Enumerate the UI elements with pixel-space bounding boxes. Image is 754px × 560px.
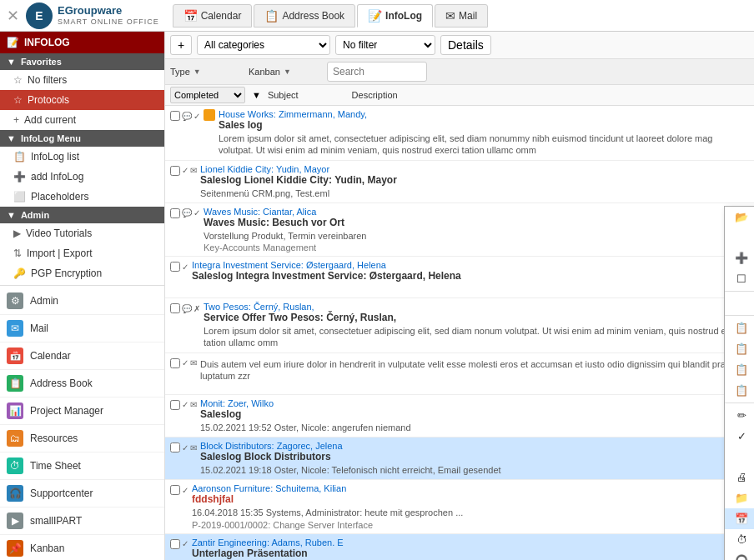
details-button[interactable]: Details	[440, 35, 491, 55]
item-checkbox[interactable]	[170, 303, 180, 313]
sidebar-app-kanban[interactable]: 📌 Kanban	[0, 535, 164, 560]
ctx-open[interactable]: 📂 Open	[725, 207, 754, 228]
add-button[interactable]: +	[170, 35, 192, 55]
tab-calendar[interactable]: 📅 Calendar	[173, 4, 253, 28]
list-item[interactable]: ✓ ✉ Lionel Kiddie City: Yudin, Mayor Sal…	[165, 161, 754, 203]
sidebar-app-project[interactable]: 📊 Project Manager	[0, 398, 164, 425]
status-select[interactable]: Completed	[170, 87, 245, 103]
ctx-add[interactable]: ➕ Add ▶	[725, 248, 754, 268]
sidebar-app-addressbook[interactable]: 📋 Address Book	[0, 370, 164, 398]
ctx-select-all[interactable]: Select all Ctrl+A	[725, 293, 754, 313]
favorites-header[interactable]: ▼ Favorites	[0, 53, 164, 70]
sidebar-app-mail[interactable]: ✉ Mail	[0, 315, 164, 342]
ctx-print[interactable]: 🖨 Print	[725, 467, 754, 488]
close-button[interactable]: ✕	[7, 7, 19, 25]
sidebar-protocols[interactable]: ☆ Protocols	[0, 90, 164, 110]
item-from: Monit: Zoer, Wilko	[200, 398, 274, 408]
notify-icon: ☐	[735, 272, 748, 285]
sidebar-app-calendar[interactable]: 📅 Calendar	[0, 342, 164, 370]
list-item[interactable]: ✓ Zantir Engineering: Adams, Ruben. E Un…	[165, 534, 754, 560]
description-col-label: Description	[352, 90, 398, 100]
item-checkbox[interactable]	[170, 539, 180, 549]
sidebar-app-timesheet[interactable]: ⏱ Time Sheet	[0, 452, 164, 480]
item-checkbox[interactable]	[170, 485, 180, 495]
item-checkbox[interactable]	[170, 208, 180, 218]
item-content: Monit: Zoer, Wilko Saleslog 15.02.2021 1…	[200, 398, 749, 433]
sidebar-add-current[interactable]: + Add current	[0, 110, 164, 130]
sidebar-app-smallpart[interactable]: ▶ smallIPART	[0, 508, 164, 535]
item-controls: ✓	[170, 485, 188, 495]
ctx-separator-1	[725, 291, 754, 292]
admin-arrow: ▼	[7, 210, 16, 220]
item-status-icon2: ✉	[190, 443, 197, 452]
item-checkbox[interactable]	[170, 442, 180, 452]
ctx-copy-text[interactable]: 📋 Copy "Texte und Grafiken z..."	[725, 359, 754, 380]
item-checkbox[interactable]	[170, 166, 180, 176]
tab-addressbook[interactable]: 📋 Address Book	[254, 4, 355, 28]
tab-infolog[interactable]: 📝 InfoLog	[357, 4, 433, 28]
ctx-copy-clipboard[interactable]: 📋 Copy to clipboard	[725, 318, 754, 338]
list-item[interactable]: 💬 ✗ Two Pesos: Černý, Ruslan, Service Of…	[165, 298, 754, 353]
item-checkbox[interactable]	[170, 262, 180, 272]
sidebar-import-export[interactable]: ⇅ Import | Export	[0, 243, 164, 263]
open-icon: 📂	[735, 211, 748, 223]
ctx-view-parent: View parent with children	[725, 228, 754, 248]
list-item[interactable]: ✓ ✉ Block Distributors: Zagorec, Jelena …	[165, 438, 754, 480]
sidebar-no-filters[interactable]: ☆ No filters	[0, 70, 164, 90]
kanban-app-label: Kanban	[30, 542, 64, 554]
item-checkbox[interactable]	[170, 400, 180, 410]
nav-tabs: 📅 Calendar 📋 Address Book 📝 InfoLog ✉ Ma…	[173, 4, 488, 28]
infolog-menu-header[interactable]: ▼ InfoLog Menu	[0, 130, 164, 147]
ctx-do-not-notify[interactable]: ☐ Do not notify	[725, 268, 754, 289]
item-status-icon: ✓	[182, 539, 188, 548]
ctx-timesheet[interactable]: ⏱ Time Sheet ▶	[725, 529, 754, 550]
ctx-file-manager[interactable]: 📁 File Manager	[725, 488, 754, 508]
sort-icon-2: ▼	[252, 90, 261, 100]
sidebar-infolog-list[interactable]: 📋 InfoLog list	[0, 147, 164, 167]
tab-mail[interactable]: ✉ Mail	[435, 4, 488, 28]
app-title: EGroupware	[58, 5, 159, 17]
item-checkbox[interactable]	[170, 111, 180, 121]
item-status-icon2: ✓	[194, 208, 200, 218]
mail-app-label: Mail	[30, 322, 48, 334]
ctx-close-all: Close all	[725, 447, 754, 467]
mail-tab-icon: ✉	[445, 9, 455, 22]
kanban-sort-icon[interactable]: ▼	[284, 68, 291, 76]
sidebar-app-resources[interactable]: 🗂 Resources	[0, 425, 164, 452]
type-sort-icon[interactable]: ▼	[194, 68, 201, 76]
categories-select[interactable]: All categories	[197, 35, 330, 55]
list-item[interactable]: 💬 ✓ Waves Music: Ciantar, Alica Waves Mu…	[165, 203, 754, 257]
ctx-close[interactable]: ✓ Close	[725, 426, 754, 447]
video-tutorials-label: Video Tutorials	[26, 228, 92, 239]
no-filters-label: No filters	[28, 74, 67, 86]
sidebar-app-support[interactable]: 🎧 Supportcenter	[0, 480, 164, 508]
item-checkbox[interactable]	[170, 358, 180, 368]
list-item[interactable]: 💬 ✓ House Works: Zimmermann, Mandy, Sale…	[165, 106, 754, 161]
item-content: Waves Music: Ciantar, Alica Waves Music:…	[204, 207, 749, 252]
list-item[interactable]: ✓ Integra Investment Service: Østergaard…	[165, 257, 754, 298]
timesheet-app-label: Time Sheet	[30, 460, 81, 472]
sidebar-placeholders[interactable]: ⬜ Placeholders	[0, 187, 164, 207]
toolbar: + All categories No filter Details	[165, 32, 754, 59]
add-infolog-label: add InfoLog	[31, 171, 83, 182]
ctx-schedule[interactable]: 📅 Schedule appointment	[725, 508, 754, 529]
ctx-change[interactable]: ✏ Change ▶	[725, 405, 754, 426]
sidebar-video-tutorials[interactable]: ▶ Video Tutorials	[0, 223, 164, 243]
pgp-encryption-label: PGP Encryption	[31, 268, 102, 279]
list-item[interactable]: ✓ ✉ Duis autem vel eum iriure dolor in h…	[165, 353, 754, 395]
no-filter-select[interactable]: No filter	[335, 35, 435, 55]
sidebar-pgp-encryption[interactable]: 🔑 PGP Encryption	[0, 263, 164, 283]
ctx-add-clipboard[interactable]: 📋 Add to clipboard	[725, 338, 754, 359]
kanban-label: Kanban	[249, 67, 280, 77]
sidebar-app-admin[interactable]: ⚙ Admin	[0, 288, 164, 315]
list-item[interactable]: ✓ ✉ Monit: Zoer, Wilko Saleslog 15.02.20…	[165, 395, 754, 438]
admin-app-label: Admin	[30, 295, 58, 307]
item-from: Lionel Kiddie City: Yudin, Mayor	[200, 164, 329, 174]
sidebar-add-infolog[interactable]: ➕ add InfoLog	[0, 167, 164, 187]
tab-calendar-label: Calendar	[201, 10, 242, 22]
search-input[interactable]	[327, 62, 427, 82]
item-body: Vorstellung Produkt, Termin vereinbaren	[204, 230, 749, 242]
admin-sub-header[interactable]: ▼ Admin	[0, 207, 164, 223]
ctx-supportcenter[interactable]: 🎧 Supportcenter	[725, 550, 754, 560]
list-item[interactable]: ✓ Aaronson Furniture: Schuitema, Kilian …	[165, 480, 754, 533]
